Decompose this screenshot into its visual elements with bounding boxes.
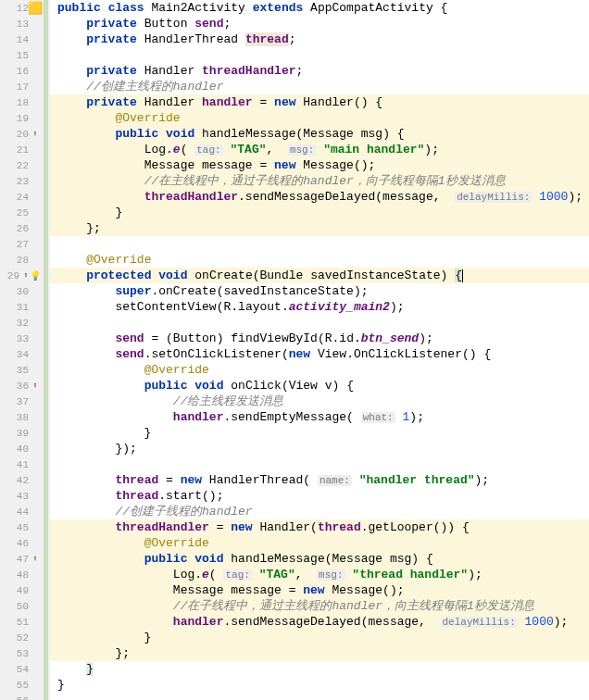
gutter-row[interactable]: 40 bbox=[0, 441, 44, 456]
gutter-row[interactable]: 36⬆ bbox=[0, 378, 44, 394]
gutter-row[interactable]: 15 bbox=[0, 47, 44, 63]
code-line[interactable]: //创建主线程的handler bbox=[50, 79, 589, 94]
code-line[interactable]: Log.e( tag: "TAG", msg: "main handler"); bbox=[50, 142, 589, 157]
code-line[interactable]: private Button send; bbox=[50, 16, 589, 31]
code-line[interactable]: } bbox=[50, 205, 589, 220]
code-line[interactable]: private HandlerThread thread; bbox=[50, 31, 589, 47]
code-line[interactable]: public void onClick(View v) { bbox=[50, 378, 589, 394]
code-line[interactable]: protected void onCreate(Bundle savedInst… bbox=[50, 268, 589, 283]
gutter-row[interactable]: 23 bbox=[0, 173, 44, 189]
code-line[interactable]: private Handler handler = new Handler() … bbox=[50, 94, 589, 110]
code-line[interactable]: Log.e( tag: "TAG", msg: "thread handler"… bbox=[50, 567, 589, 582]
gutter-row[interactable]: 49 bbox=[0, 582, 44, 598]
code-line[interactable] bbox=[50, 693, 589, 700]
code-line[interactable]: }; bbox=[50, 645, 589, 661]
gutter-row[interactable]: 32 bbox=[0, 315, 44, 331]
override-marker-icon[interactable]: ⬆ bbox=[31, 129, 40, 139]
line-number: 37 bbox=[17, 396, 29, 407]
gutter-row[interactable]: 14 bbox=[0, 31, 44, 47]
code-line[interactable]: public void handleMessage(Message msg) { bbox=[50, 551, 589, 567]
code-line[interactable]: thread.start(); bbox=[50, 488, 589, 504]
gutter-row[interactable]: 19 bbox=[0, 110, 44, 126]
code-line[interactable]: send = (Button) findViewById(R.id.btn_se… bbox=[50, 331, 589, 346]
line-number: 19 bbox=[17, 113, 29, 124]
gutter-row[interactable]: 54 bbox=[0, 661, 44, 677]
gutter-row[interactable]: 20⬆ bbox=[0, 126, 44, 142]
gutter-row[interactable]: 12🟨 bbox=[0, 0, 44, 16]
line-number: 39 bbox=[17, 428, 29, 439]
line-number: 32 bbox=[17, 318, 29, 329]
code-line[interactable]: threadHandler = new Handler(thread.getLo… bbox=[50, 519, 589, 535]
code-line[interactable]: private Handler threadHandler; bbox=[50, 63, 589, 79]
editor[interactable]: public class Main2Activity extends AppCo… bbox=[50, 0, 589, 700]
code-line[interactable] bbox=[50, 236, 589, 252]
code-line[interactable]: @Override bbox=[50, 110, 589, 126]
gutter-row[interactable]: 56 bbox=[0, 693, 44, 700]
gutter-row[interactable]: 51 bbox=[0, 614, 44, 630]
code-line[interactable]: } bbox=[50, 661, 589, 677]
gutter-row[interactable]: 26 bbox=[0, 220, 44, 236]
gutter-row[interactable]: 22 bbox=[0, 157, 44, 173]
gutter-row[interactable]: 18 bbox=[0, 94, 44, 110]
gutter-row[interactable]: 24 bbox=[0, 189, 44, 205]
gutter-row[interactable]: 27 bbox=[0, 236, 44, 252]
code-line[interactable]: setContentView(R.layout.activity_main2); bbox=[50, 299, 589, 315]
code-line[interactable]: Message message = new Message(); bbox=[50, 157, 589, 173]
gutter-row[interactable]: 21 bbox=[0, 142, 44, 157]
code-line[interactable]: threadHandler.sendMessageDelayed(message… bbox=[50, 189, 589, 205]
gutter-row[interactable]: 46 bbox=[0, 535, 44, 551]
gutter-row[interactable]: 50 bbox=[0, 598, 44, 614]
gutter-row[interactable]: 28 bbox=[0, 252, 44, 268]
override-marker-icon[interactable]: ⬆ bbox=[31, 554, 40, 564]
code-line[interactable]: } bbox=[50, 677, 589, 693]
gutter-row[interactable]: 30 bbox=[0, 283, 44, 299]
gutter-row[interactable]: 25 bbox=[0, 205, 44, 220]
code-line[interactable]: @Override bbox=[50, 252, 589, 268]
gutter-row[interactable]: 45 bbox=[0, 519, 44, 535]
gutter-row[interactable]: 13 bbox=[0, 16, 44, 31]
intention-bulb-icon[interactable]: 💡 bbox=[31, 270, 40, 281]
gutter-row[interactable]: 16 bbox=[0, 63, 44, 79]
code-line[interactable]: @Override bbox=[50, 535, 589, 551]
gutter-row[interactable]: 29⬆💡 bbox=[0, 268, 44, 283]
code-line[interactable]: //创建子线程的handler bbox=[50, 504, 589, 519]
code-line[interactable]: handler.sendMessageDelayed(message, dela… bbox=[50, 614, 589, 630]
gutter-row[interactable]: 48 bbox=[0, 567, 44, 582]
gutter-row[interactable]: 38 bbox=[0, 409, 44, 425]
code-line[interactable]: public class Main2Activity extends AppCo… bbox=[50, 0, 589, 16]
code-line[interactable]: send.setOnClickListener(new View.OnClick… bbox=[50, 346, 589, 362]
code-line[interactable]: } bbox=[50, 630, 589, 645]
gutter-row[interactable]: 53 bbox=[0, 645, 44, 661]
code-line[interactable]: //在子线程中，通过主线程的handler，向主线程每隔1秒发送消息 bbox=[50, 598, 589, 614]
code-line[interactable] bbox=[50, 456, 589, 472]
code-line[interactable]: thread = new HandlerThread( name: "handl… bbox=[50, 472, 589, 488]
code-line[interactable]: }); bbox=[50, 441, 589, 456]
gutter-row[interactable]: 55 bbox=[0, 677, 44, 693]
line-number: 48 bbox=[17, 569, 29, 581]
code-line[interactable]: }; bbox=[50, 220, 589, 236]
code-line[interactable]: @Override bbox=[50, 362, 589, 378]
gutter-row[interactable]: 37 bbox=[0, 394, 44, 409]
code-line[interactable]: handler.sendEmptyMessage( what: 1); bbox=[50, 409, 589, 425]
gutter-row[interactable]: 41 bbox=[0, 456, 44, 472]
gutter-row[interactable]: 42 bbox=[0, 472, 44, 488]
code-line[interactable]: //给主线程发送消息 bbox=[50, 394, 589, 409]
gutter-row[interactable]: 31 bbox=[0, 299, 44, 315]
gutter-row[interactable]: 52 bbox=[0, 630, 44, 645]
gutter-row[interactable]: 39 bbox=[0, 425, 44, 441]
code-line[interactable]: super.onCreate(savedInstanceState); bbox=[50, 283, 589, 299]
gutter-row[interactable]: 35 bbox=[0, 362, 44, 378]
gutter-row[interactable]: 33 bbox=[0, 331, 44, 346]
code-line[interactable]: Message message = new Message(); bbox=[50, 582, 589, 598]
gutter-row[interactable]: 34 bbox=[0, 346, 44, 362]
code-line[interactable]: //在主线程中，通过子线程的handler，向子线程每隔1秒发送消息 bbox=[50, 173, 589, 189]
gutter-row[interactable]: 43 bbox=[0, 488, 44, 504]
code-line[interactable]: public void handleMessage(Message msg) { bbox=[50, 126, 589, 142]
gutter-row[interactable]: 44 bbox=[0, 504, 44, 519]
code-line[interactable] bbox=[50, 47, 589, 63]
code-line[interactable] bbox=[50, 315, 589, 331]
gutter-row[interactable]: 17 bbox=[0, 79, 44, 94]
gutter-row[interactable]: 47⬆ bbox=[0, 551, 44, 567]
code-line[interactable]: } bbox=[50, 425, 589, 441]
implements-marker-icon[interactable]: ⬆ bbox=[31, 381, 40, 391]
